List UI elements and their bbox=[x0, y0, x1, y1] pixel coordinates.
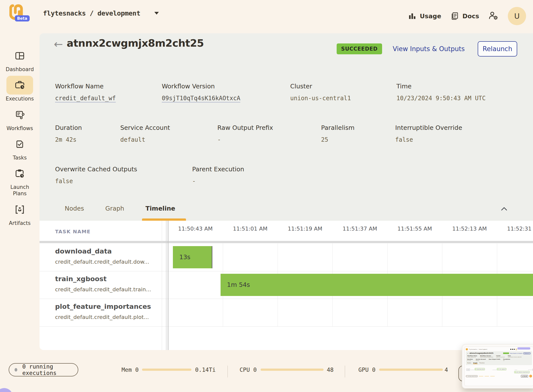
time-axis: 11:50:43 AM 11:51:01 AM 11:51:19 AM 11:5… bbox=[168, 221, 533, 241]
detail-cluster: Cluster union-us-central1 bbox=[290, 83, 351, 102]
user-settings-button[interactable] bbox=[489, 11, 498, 21]
cpu-meter-label: CPU 0 bbox=[240, 367, 257, 373]
workflows-icon bbox=[14, 109, 25, 120]
relaunch-button[interactable]: Relaunch bbox=[478, 41, 517, 57]
avatar[interactable]: U bbox=[508, 7, 526, 25]
sidebar-label: Artifacts bbox=[9, 220, 31, 226]
usage-button[interactable]: Usage bbox=[408, 12, 441, 20]
detail-value: - bbox=[192, 178, 244, 185]
detail-workflow-version: Workflow Version 09sjT10qTq4sK16kAOtxcA bbox=[162, 83, 240, 102]
detail-label: Overwrite Cached Outputs bbox=[55, 166, 137, 173]
mini-breadcrumb: flytesnacks / development bbox=[469, 349, 487, 350]
mem-meter-label: Mem 0 bbox=[122, 367, 139, 373]
mini-node-task: download_data bbox=[475, 368, 485, 370]
execution-detail-panel: ← atnnx2cwgmjx8m2cht25 SUCCEEDED View In… bbox=[40, 33, 533, 221]
detail-value: false bbox=[55, 178, 137, 185]
union-logo-icon[interactable]: Beta bbox=[9, 4, 25, 20]
task-row-plot-feature-importances[interactable]: plot_feature_importances credit_default.… bbox=[40, 299, 162, 326]
task-name: download_data bbox=[55, 247, 112, 255]
usage-label: Usage bbox=[420, 13, 441, 20]
execution-title: atnnx2cwgmjx8m2cht25 bbox=[67, 37, 204, 49]
detail-label: Parent Execution bbox=[192, 166, 244, 173]
detail-workflow-name: Workflow Name credit_default_wf bbox=[55, 83, 116, 102]
bar-duration-label: 1m 54s bbox=[227, 274, 250, 296]
statusbar: 0 running executions Mem 0 0.14Ti CPU 0 … bbox=[0, 359, 533, 384]
gantt-bar-train-xgboost[interactable]: 1m 54s bbox=[221, 274, 533, 296]
breadcrumb[interactable]: flytesnacks / development bbox=[43, 9, 140, 17]
tasks-icon bbox=[15, 139, 25, 149]
sidebar: Dashboard Executions Workflows bbox=[0, 46, 40, 230]
topbar-actions: Usage Docs bbox=[408, 7, 526, 25]
detail-duration: Duration 2m 42s bbox=[55, 124, 82, 143]
row-divider bbox=[40, 326, 533, 327]
mini-price-button: $ 29.99 bbox=[521, 375, 528, 377]
mini-back-icon: ← bbox=[467, 353, 469, 354]
sidebar-item-dashboard[interactable]: Dashboard bbox=[6, 46, 34, 73]
time-tick: 11:51:19 AM bbox=[288, 226, 322, 232]
status-badge: SUCCEEDED bbox=[337, 43, 382, 54]
task-name: train_xgboost bbox=[55, 275, 107, 283]
mini-node-task: train_xgboost bbox=[497, 368, 506, 370]
topbar: Beta flytesnacks / development Usage bbox=[0, 0, 533, 25]
tab-nodes[interactable]: Nodes bbox=[65, 205, 84, 212]
breadcrumb-caret-icon[interactable] bbox=[154, 12, 159, 15]
detail-service-account: Service Account default bbox=[120, 124, 170, 143]
gantt-bar-download-data[interactable]: 13s bbox=[173, 246, 212, 268]
sidebar-item-tasks[interactable]: Tasks bbox=[6, 135, 33, 161]
detail-label: Duration bbox=[55, 124, 82, 131]
workflow-version-link[interactable]: 09sjT10qTq4sK16kAOtxcA bbox=[162, 95, 240, 102]
docs-button[interactable]: Docs bbox=[451, 12, 479, 20]
chat-bubble-button[interactable] bbox=[0, 388, 13, 392]
gantt-chart: 13s 1m 54s bbox=[168, 243, 533, 326]
docs-icon bbox=[451, 12, 459, 20]
collapse-panel-button[interactable] bbox=[500, 206, 508, 213]
mini-avatar bbox=[515, 349, 517, 350]
dashboard-icon bbox=[15, 51, 25, 61]
detail-overwrite-cached-outputs: Overwrite Cached Outputs false bbox=[55, 166, 137, 185]
detail-label: Workflow Version bbox=[162, 83, 240, 90]
column-divider bbox=[162, 221, 162, 350]
workflow-name-link[interactable]: credit_default_wf bbox=[55, 95, 116, 102]
detail-label: Interruptible Override bbox=[395, 124, 462, 131]
timeline-section: TASK NAME 11:50:43 AM 11:51:01 AM 11:51:… bbox=[40, 221, 533, 350]
detail-value: 25 bbox=[321, 136, 354, 143]
detail-raw-output-prefix: Raw Output Prefix - bbox=[217, 124, 273, 143]
back-arrow-icon[interactable]: ← bbox=[54, 39, 63, 50]
sidebar-item-artifacts[interactable]: Artifacts bbox=[6, 200, 33, 226]
running-executions-pill[interactable]: 0 running executions bbox=[9, 363, 78, 376]
sidebar-item-executions[interactable]: Executions bbox=[6, 76, 34, 102]
detail-parent-execution: Parent Execution - bbox=[192, 166, 244, 185]
timeline-splitter-groove bbox=[168, 221, 168, 350]
mini-topbar-icons bbox=[510, 349, 517, 350]
app-root: Beta flytesnacks / development Usage bbox=[0, 0, 533, 392]
view-inputs-outputs-link[interactable]: View Inputs & Outputs bbox=[393, 45, 465, 53]
sidebar-label: Dashboard bbox=[6, 66, 34, 73]
task-row-train-xgboost[interactable]: train_xgboost credit_default.credit_defa… bbox=[40, 271, 162, 299]
detail-value: false bbox=[395, 136, 462, 143]
task-row-download-data[interactable]: download_data credit_default.credit_defa… bbox=[40, 243, 162, 271]
detail-label: Cluster bbox=[290, 83, 351, 90]
time-tick: 11:50:43 AM bbox=[178, 226, 213, 232]
gpu-meter-track bbox=[379, 369, 443, 371]
active-tab-indicator bbox=[142, 218, 186, 221]
mini-status-badge bbox=[503, 353, 509, 354]
task-name-column-header: TASK NAME bbox=[55, 229, 91, 235]
gpu-meter-label: GPU 0 bbox=[358, 367, 375, 373]
mem-meter-max: 0.14Ti bbox=[195, 367, 216, 373]
task-name: plot_feature_importances bbox=[55, 303, 151, 310]
mini-help-button: ? bbox=[529, 375, 532, 377]
mini-node-start: start bbox=[466, 369, 470, 371]
timeline-splitter[interactable] bbox=[166, 221, 166, 350]
page-preview-thumbnail[interactable]: flytesnacks / development ← atnnx2cwgmjx… bbox=[462, 344, 533, 389]
sidebar-label: Workflows bbox=[6, 125, 33, 132]
tab-timeline[interactable]: Timeline bbox=[145, 205, 175, 212]
bar-chart-icon bbox=[408, 12, 416, 20]
tab-graph[interactable]: Graph bbox=[105, 205, 124, 212]
thumbnail-statusbar: 0 running executions $ 29.99 ? bbox=[466, 375, 532, 377]
launch-plans-icon bbox=[14, 168, 25, 179]
thumbnail-screen: flytesnacks / development ← atnnx2cwgmjx… bbox=[464, 347, 533, 386]
sidebar-item-launch-plans[interactable]: Launch Plans bbox=[5, 164, 35, 197]
detail-interruptible-override: Interruptible Override false bbox=[395, 124, 462, 143]
sidebar-item-workflows[interactable]: Workflows bbox=[6, 105, 33, 132]
time-tick: 11:51:01 AM bbox=[233, 226, 267, 232]
